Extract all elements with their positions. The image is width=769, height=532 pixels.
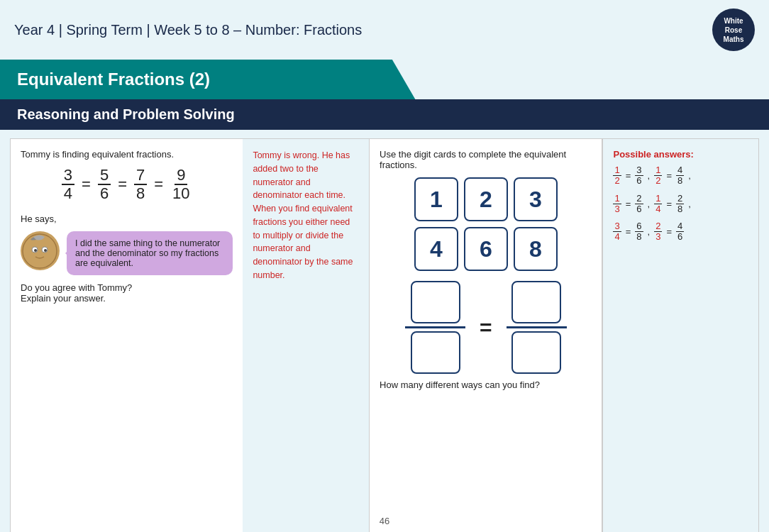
svg-point-3 bbox=[34, 249, 37, 252]
ans1-frac1: 1 2 bbox=[613, 165, 621, 187]
he-says: He says, bbox=[21, 214, 233, 224]
ans3-frac4: 4 6 bbox=[676, 221, 684, 243]
digit-cards-row-1: 1 2 3 bbox=[380, 177, 592, 221]
ans3-frac3: 2 3 bbox=[654, 221, 662, 243]
ans1-frac2: 3 6 bbox=[635, 165, 643, 187]
header-title: Year 4 | Spring Term | Week 5 to 8 – Num… bbox=[14, 22, 362, 38]
digit-card-6: 6 bbox=[464, 227, 508, 271]
empty-box-bottom-left bbox=[411, 331, 460, 374]
header: Year 4 | Spring Term | Week 5 to 8 – Num… bbox=[0, 0, 769, 60]
answer-panel: Possible answers: 1 2 = 3 6 , 1 2 = 4 8 … bbox=[602, 138, 759, 532]
ans1-frac3: 1 2 bbox=[654, 165, 662, 187]
answer-text: Tommy is wrong. He has added two to the … bbox=[253, 149, 359, 282]
ans3-frac2: 6 8 bbox=[635, 221, 643, 243]
answer-row-3: 3 4 = 6 8 , 2 3 = 4 6 bbox=[613, 221, 748, 243]
main-content: Tommy is finding equivalent fractions. 3… bbox=[0, 130, 769, 532]
answer-row-2: 1 3 = 2 6 , 1 4 = 2 8 , bbox=[613, 194, 748, 215]
bubble-text: I did the same thing to the numerator an… bbox=[75, 238, 220, 268]
digit-card-1: 1 bbox=[414, 177, 458, 221]
fraction-equation: 3 4 = 5 6 = 7 8 = 9 10 bbox=[21, 167, 233, 202]
fraction-7-8: 7 8 bbox=[134, 167, 147, 202]
fraction-3-4: 3 4 bbox=[62, 167, 74, 202]
tommy-character bbox=[21, 231, 60, 270]
fraction-line-right bbox=[507, 326, 567, 328]
empty-box-top-left bbox=[411, 281, 460, 323]
digit-card-2: 2 bbox=[464, 177, 508, 221]
left-panel: Tommy is finding equivalent fractions. 3… bbox=[10, 138, 243, 532]
dark-banner: Reasoning and Problem Solving bbox=[0, 99, 769, 130]
ans2-frac4: 2 8 bbox=[676, 194, 684, 215]
intro-text: Tommy is finding equivalent fractions. bbox=[21, 149, 233, 160]
question-text: Do you agree with Tommy?Explain your ans… bbox=[21, 282, 233, 304]
middle-panel: Tommy is wrong. He has added two to the … bbox=[243, 138, 370, 532]
digit-question: How many different ways can you find? bbox=[380, 379, 592, 390]
lesson-title: Equivalent Fractions (2) bbox=[17, 70, 444, 89]
equals-sign: = bbox=[480, 316, 492, 340]
speech-area: I did the same thing to the numerator an… bbox=[21, 231, 233, 275]
digit-intro: Use the digit cards to complete the equi… bbox=[380, 149, 592, 170]
teal-banner: Equivalent Fractions (2) bbox=[0, 60, 461, 99]
digit-panel: Use the digit cards to complete the equi… bbox=[370, 138, 602, 532]
fraction-box-left bbox=[405, 281, 465, 374]
ans1-frac4: 4 8 bbox=[676, 165, 684, 187]
digit-cards-row-2: 4 6 8 bbox=[380, 227, 592, 271]
ans2-frac3: 1 4 bbox=[654, 194, 662, 215]
fraction-9-10: 9 10 bbox=[170, 167, 192, 202]
possible-answers-title: Possible answers: bbox=[613, 149, 748, 160]
answer-row-1: 1 2 = 3 6 , 1 2 = 4 8 , bbox=[613, 165, 748, 187]
fraction-box-right bbox=[507, 281, 567, 374]
ans3-frac1: 3 4 bbox=[613, 221, 621, 243]
digit-card-8: 8 bbox=[514, 227, 558, 271]
speech-bubble: I did the same thing to the numerator an… bbox=[67, 231, 233, 275]
fraction-line-left bbox=[405, 326, 465, 328]
section-title: Reasoning and Problem Solving bbox=[17, 106, 752, 123]
digit-card-3: 3 bbox=[514, 177, 558, 221]
ans2-frac2: 2 6 bbox=[635, 194, 643, 215]
digit-card-4: 4 bbox=[414, 227, 458, 271]
ans2-frac1: 1 3 bbox=[613, 194, 621, 215]
svg-point-4 bbox=[44, 249, 47, 252]
empty-box-bottom-right bbox=[511, 331, 561, 374]
fraction-boxes: = bbox=[380, 281, 592, 374]
logo: White Rose Maths bbox=[712, 9, 755, 51]
page-number: 46 bbox=[380, 516, 389, 526]
empty-box-top-right bbox=[511, 281, 561, 323]
fraction-5-6: 5 6 bbox=[98, 167, 111, 202]
